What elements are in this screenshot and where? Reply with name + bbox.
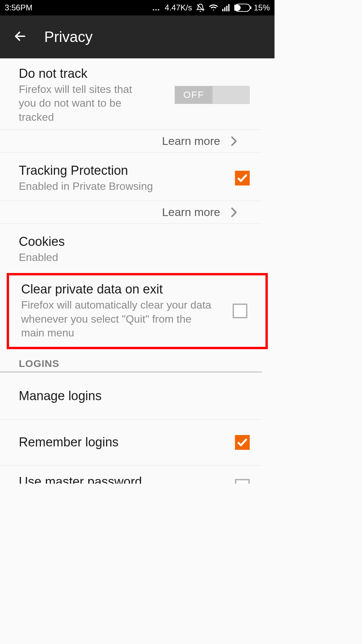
setting-title: Manage logins [19, 388, 259, 404]
bell-off-icon [196, 3, 205, 12]
setting-subtitle: Firefox will automatically clear your da… [21, 298, 212, 340]
chevron-right-icon [231, 136, 237, 146]
setting-use-master-password[interactable]: Use master password [0, 466, 262, 484]
wifi-icon [209, 4, 218, 11]
battery-indicator: 15% [234, 3, 270, 12]
status-bar: 3:56PM … 4.47K/s [0, 0, 275, 15]
settings-list: Do not track Firefox will tell sites tha… [0, 58, 275, 484]
back-icon[interactable] [13, 30, 27, 44]
svg-rect-6 [250, 6, 251, 9]
clear-on-exit-checkbox[interactable] [233, 304, 247, 318]
setting-title: Tracking Protection [19, 163, 232, 179]
setting-title: Use master password [19, 474, 232, 484]
svg-rect-3 [226, 6, 228, 11]
remember-logins-checkbox[interactable] [235, 435, 250, 450]
setting-manage-logins[interactable]: Manage logins [0, 373, 262, 420]
setting-title: Remember logins [19, 434, 232, 450]
status-time: 3:56PM [5, 3, 33, 12]
setting-clear-private-data-on-exit[interactable]: Clear private data on exit Firefox will … [9, 275, 259, 346]
section-header-logins: LOGINS [0, 355, 262, 373]
svg-rect-1 [222, 9, 224, 11]
master-password-checkbox[interactable] [235, 479, 250, 484]
setting-title: Do not track [19, 66, 172, 82]
network-speed: 4.47K/s [165, 3, 192, 12]
battery-percent: 15% [254, 3, 270, 12]
setting-subtitle: Enabled [19, 251, 259, 265]
setting-subtitle: Firefox will tell sites that you do not … [19, 83, 139, 124]
setting-remember-logins[interactable]: Remember logins [0, 420, 262, 466]
page-title: Privacy [44, 29, 93, 45]
highlighted-setting: Clear private data on exit Firefox will … [7, 273, 268, 349]
dnt-toggle[interactable]: OFF [175, 86, 250, 104]
svg-rect-2 [224, 7, 226, 11]
svg-rect-4 [228, 4, 230, 11]
learn-more-label: Learn more [162, 135, 220, 148]
tracking-learn-more[interactable]: Learn more [0, 201, 262, 224]
section-header-label: LOGINS [19, 358, 262, 369]
learn-more-label: Learn more [162, 206, 220, 219]
setting-title: Cookies [19, 234, 259, 250]
setting-do-not-track[interactable]: Do not track Firefox will tell sites tha… [0, 58, 262, 130]
app-bar: Privacy [0, 15, 275, 58]
setting-cookies[interactable]: Cookies Enabled [0, 224, 262, 273]
setting-title: Clear private data on exit [21, 281, 230, 298]
dnt-learn-more[interactable]: Learn more [0, 130, 262, 153]
chevron-right-icon [231, 207, 237, 217]
setting-subtitle: Enabled in Private Browsing [19, 179, 232, 194]
setting-tracking-protection[interactable]: Tracking Protection Enabled in Private B… [0, 153, 262, 201]
tracking-checkbox[interactable] [235, 171, 250, 185]
toggle-off-label: OFF [175, 86, 213, 104]
more-dots-icon: … [152, 3, 161, 12]
status-right: … 4.47K/s [152, 3, 270, 12]
signal-icon [222, 4, 230, 11]
